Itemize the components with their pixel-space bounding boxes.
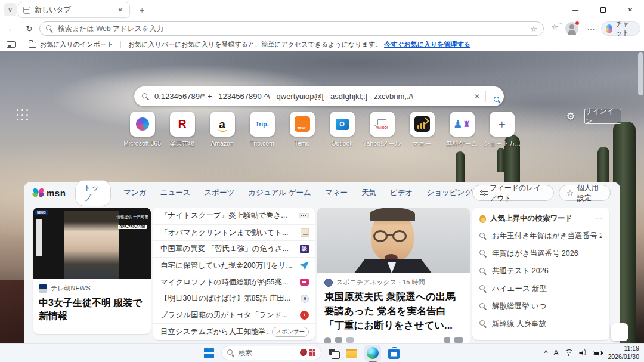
microsoft-store-button[interactable]: [388, 349, 400, 359]
page-layout-grid-button[interactable]: [17, 109, 29, 121]
source-logo-icon: [300, 279, 309, 286]
tab-shopping[interactable]: ショッピング: [426, 188, 472, 198]
page-corner-button[interactable]: [611, 323, 628, 341]
feed-layout-button[interactable]: フィードのレイアウト: [472, 185, 554, 201]
trending-item[interactable]: 共通テスト 2026: [472, 262, 609, 280]
reaction-icon[interactable]: [346, 337, 354, 343]
tab-new-tab[interactable]: 新しいタブ ✕: [18, 2, 130, 18]
personalize-button[interactable]: ☆ 個人用設定: [559, 185, 611, 201]
list-item[interactable]: マイクロソフトの時価総額が約55兆...: [153, 274, 315, 290]
import-favorites-button[interactable]: お気に入りのインポート: [29, 40, 113, 49]
msn-logo[interactable]: msn: [33, 188, 66, 198]
ime-mode-indicator[interactable]: A: [553, 349, 558, 357]
trending-item[interactable]: ハイエース 新型: [472, 280, 609, 298]
edge-browser-button[interactable]: [364, 345, 381, 361]
taskbar-clock[interactable]: 11:19 2026/01/30: [608, 345, 639, 361]
headline[interactable]: 中3女子生徒不明 服装で新情報: [33, 295, 151, 324]
trending-item[interactable]: 新幹線 人身事故: [472, 315, 609, 333]
quick-link-amazon[interactable]: a Amazon: [202, 112, 242, 148]
flame-icon: [479, 214, 487, 223]
headline-text: 【明日30日のばけばけ】第85話 庄田...: [160, 293, 297, 304]
trending-header: 人気上昇中の検索ワード ⋯: [472, 208, 609, 227]
reading-list-icon[interactable]: [7, 41, 16, 48]
copilot-chat-button[interactable]: チャット: [601, 21, 640, 36]
trending-item[interactable]: 解散総選挙 いつ: [472, 298, 609, 315]
tab-weather[interactable]: 天気: [361, 188, 376, 198]
save-icon[interactable]: [444, 337, 450, 343]
news-card-left[interactable]: NEWS 情報提供 十日町署 025-752-0110 テレ朝NEWS 中3女子…: [33, 208, 151, 334]
tab-news[interactable]: ニュース: [160, 188, 191, 198]
tab-sports[interactable]: スポーツ: [205, 188, 235, 198]
list-item[interactable]: 自宅に保管していた現金200万円をリ...: [153, 257, 315, 274]
search-input-value[interactable]: 0.123456789/*-+ 1234567890-^\ qwertyuiop…: [154, 92, 469, 101]
quick-link-yahoo-mail[interactable]: YAHOO! Yahoo!メール: [362, 112, 402, 148]
tab-top[interactable]: トップ: [75, 180, 111, 206]
clear-search-button[interactable]: ✕: [469, 92, 485, 101]
tray-overflow-chevron[interactable]: ^: [544, 349, 548, 357]
manage-favorites-link[interactable]: 今すぐお気に入りを管理する: [384, 40, 470, 49]
tab-money[interactable]: マネー: [325, 188, 348, 198]
share-icon[interactable]: [454, 337, 463, 343]
more-icon[interactable]: ⋯: [595, 215, 602, 223]
search-icon: [46, 25, 53, 32]
quick-link-add-shortcut[interactable]: ＋ ショートカ...: [482, 112, 522, 148]
web-search-box[interactable]: 0.123456789/*-+ 1234567890-^\ qwertyuiop…: [134, 86, 504, 106]
thumbs-up-icon[interactable]: [324, 337, 331, 344]
start-button[interactable]: [204, 348, 214, 358]
add-favorite-icon[interactable]: ☆: [530, 24, 537, 33]
list-item[interactable]: 「オバマとクリントンまで動いてト...: [153, 224, 315, 241]
quick-link-money[interactable]: マネー: [402, 112, 442, 148]
maximize-button[interactable]: [589, 0, 617, 19]
quick-link-rakuten[interactable]: R 楽天市場: [162, 112, 202, 148]
news-card-center[interactable]: スポニチアネックス · 15 時間 東国原英夫氏 衆院選への出馬要請あった 党名…: [317, 208, 470, 343]
tab-casual-games[interactable]: カジュアル ゲーム: [248, 188, 311, 198]
rakuten-icon: R: [178, 117, 187, 131]
list-item[interactable]: 『ナイトスクープ』炎上騒動で巻き...: [153, 208, 315, 224]
list-item[interactable]: 中国軍の異変 「習氏１強」の危うさ... 談: [153, 240, 315, 257]
search-divider: [485, 91, 486, 102]
tab-actions-menu-button[interactable]: ∨: [4, 3, 17, 16]
quick-link-outlook[interactable]: O Outlook: [322, 112, 362, 148]
trending-text: ハイエース 新型: [492, 284, 547, 294]
close-window-button[interactable]: ✕: [617, 0, 644, 19]
source-logo-icon: [299, 261, 309, 270]
sign-in-button[interactable]: サインイン: [584, 109, 621, 124]
list-item[interactable]: 【明日30日のばけばけ】第85話 庄田...: [153, 290, 315, 307]
source-row: スポニチアネックス · 15 時間: [317, 273, 470, 289]
settings-more-button[interactable]: ⋯: [584, 22, 597, 35]
trending-item[interactable]: 年賀はがき当選番号 2026: [472, 245, 609, 263]
scrollbar-thumb[interactable]: [638, 52, 643, 95]
wifi-icon[interactable]: [564, 349, 573, 357]
new-tab-button[interactable]: ＋: [136, 4, 148, 16]
comment-icon[interactable]: [335, 337, 342, 343]
refresh-button[interactable]: ↻: [23, 22, 36, 35]
list-item[interactable]: ブラジル国籍の男がトヨタ「ランド... ‹: [153, 307, 315, 323]
list-item-sponsored[interactable]: 日立システムズから人工知能学... スポンサー: [153, 323, 315, 340]
trending-searches-card: 人気上昇中の検索ワード ⋯ お年玉付き年賀はがき当選番号 2... 年賀はがき当…: [472, 208, 609, 340]
page-settings-button[interactable]: ⚙: [563, 109, 578, 124]
headline[interactable]: 東国原英夫氏 衆院選への出馬要請あった 党名を実名告白「丁重にお断りをさせてい.…: [317, 289, 470, 334]
quick-link-free-games[interactable]: ♟ ♜ 無料ゲーム: [442, 112, 482, 148]
reactions-row[interactable]: [324, 335, 463, 343]
taskbar-search-box[interactable]: 検索: [221, 346, 321, 360]
back-button[interactable]: ←: [5, 22, 18, 35]
task-view-button[interactable]: [329, 349, 339, 358]
search-icon: [142, 93, 149, 100]
tab-close-button[interactable]: ✕: [116, 5, 125, 14]
minimize-button[interactable]: —: [562, 0, 589, 19]
tab-video[interactable]: ビデオ: [390, 188, 413, 198]
tab-manga[interactable]: マンガ: [123, 188, 146, 198]
volume-icon[interactable]: [579, 350, 587, 357]
favorites-hub-button[interactable]: ☆≡: [549, 23, 561, 35]
quick-link-microsoft365[interactable]: Microsoft 365: [122, 112, 162, 148]
file-explorer-button[interactable]: [346, 349, 357, 358]
address-bar[interactable]: 検索または Web アドレスを入力 ☆: [39, 21, 544, 36]
outlook-icon: O: [336, 119, 349, 130]
star-icon: ☆: [566, 189, 574, 197]
quick-link-temu[interactable]: TEMU Temu: [282, 112, 322, 148]
profile-avatar-button[interactable]: [565, 22, 578, 35]
trending-item[interactable]: お年玉付き年賀はがき当選番号 2...: [472, 227, 609, 245]
quick-link-label: マネー: [413, 140, 432, 148]
quick-link-tripcom[interactable]: Trip. Trip.com: [242, 112, 282, 148]
battery-icon[interactable]: [593, 351, 602, 355]
